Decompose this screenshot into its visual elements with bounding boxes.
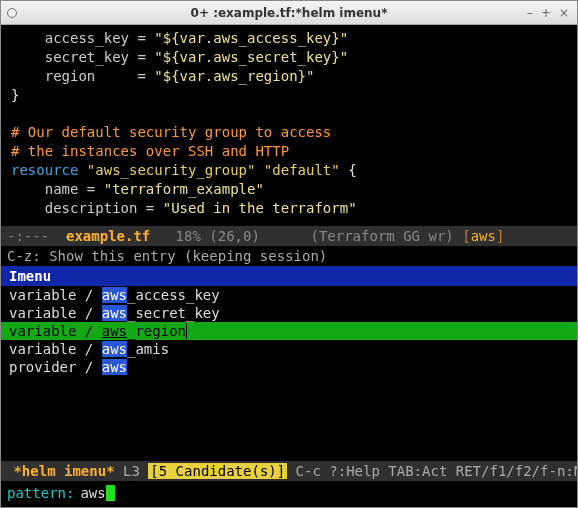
buffer-name: example.tf xyxy=(66,228,150,244)
modeline-lower: *helm imenu* L3 [5 Candidate(s)] C-c ?:H… xyxy=(1,461,577,481)
close-icon[interactable]: × xyxy=(559,6,569,20)
pattern-input[interactable]: aws xyxy=(80,485,105,501)
maximize-icon[interactable]: + xyxy=(541,6,551,20)
text-cursor xyxy=(106,485,115,501)
window-title: 0+ :example.tf:*helm imenu* xyxy=(191,6,388,20)
minimize-icon[interactable]: – xyxy=(527,6,533,20)
pattern-label: pattern: xyxy=(7,485,74,501)
app-window: 0+ :example.tf:*helm imenu* – + × access… xyxy=(0,0,578,508)
empty-area xyxy=(1,376,577,461)
persistent-action-hint: C-z: Show this entry (keeping session) xyxy=(1,246,577,266)
candidate-item[interactable]: variable / aws_secret_key xyxy=(1,304,577,322)
minibuffer[interactable]: pattern: aws xyxy=(1,481,577,507)
candidate-item[interactable]: variable / aws_amis xyxy=(1,340,577,358)
candidate-count: [5 Candidate(s)] xyxy=(148,463,287,479)
candidate-item-selected[interactable]: variable / aws_region xyxy=(1,322,577,340)
window-titlebar: 0+ :example.tf:*helm imenu* – + × xyxy=(1,1,577,25)
helm-source-header: Imenu xyxy=(1,266,577,286)
code-editor[interactable]: access_key = "${var.aws_access_key}" sec… xyxy=(1,25,577,226)
candidate-list: variable / aws_access_key variable / aws… xyxy=(1,286,577,376)
candidate-item[interactable]: provider / aws xyxy=(1,358,577,376)
app-icon xyxy=(7,8,17,18)
helm-buffer-name: *helm imenu* xyxy=(13,463,114,479)
modeline-upper: -:--- example.tf 18% (26,0) (Terraform G… xyxy=(1,226,577,246)
candidate-item[interactable]: variable / aws_access_key xyxy=(1,286,577,304)
